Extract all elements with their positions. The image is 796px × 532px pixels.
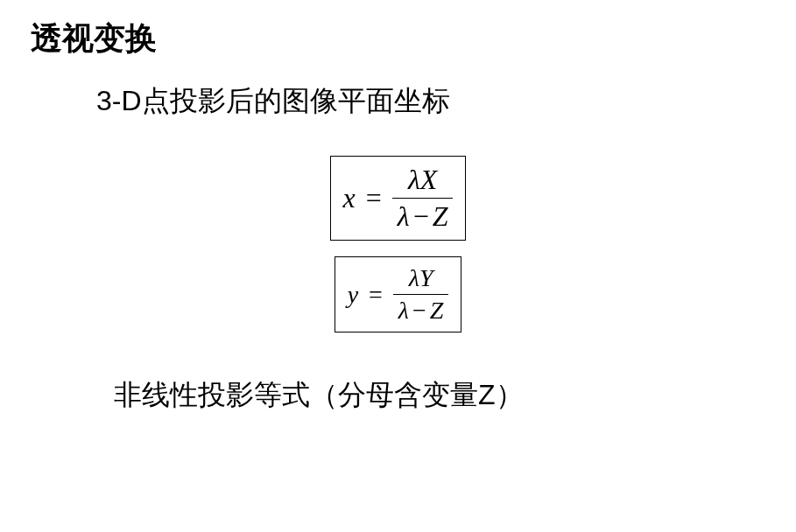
- fraction-x: λX λ−Z: [392, 164, 454, 233]
- equation-y-lhs: y: [348, 281, 358, 309]
- var-X: X: [420, 164, 438, 195]
- numerator-y: λY: [404, 264, 439, 294]
- minus-sign: −: [412, 297, 426, 324]
- minus-sign: −: [413, 200, 429, 232]
- equations-container: x = λX λ−Z y = λY λ−Z: [26, 156, 770, 332]
- bottom-note: 非线性投影等式（分母含变量Z）: [114, 376, 770, 415]
- equation-x-lhs: x: [343, 182, 356, 214]
- fraction-y: λY λ−Z: [393, 264, 449, 325]
- equation-x: x = λX λ−Z: [343, 164, 454, 233]
- denominator-x: λ−Z: [392, 198, 454, 233]
- equals-sign: =: [366, 182, 382, 214]
- lambda-symbol: λ: [398, 297, 409, 324]
- numerator-x: λX: [403, 164, 442, 198]
- page-title: 透视变换: [31, 18, 770, 60]
- denominator-y: λ−Z: [393, 294, 449, 325]
- equals-sign: =: [369, 281, 383, 309]
- var-Z: Z: [430, 297, 444, 324]
- var-Z: Z: [433, 200, 448, 232]
- lambda-symbol: λ: [408, 164, 420, 195]
- equation-box-y: y = λY λ−Z: [335, 256, 462, 332]
- var-Y: Y: [419, 264, 433, 291]
- subtitle: 3-D点投影后的图像平面坐标: [96, 82, 770, 121]
- equation-y: y = λY λ−Z: [348, 264, 449, 325]
- lambda-symbol: λ: [409, 264, 419, 291]
- lambda-symbol: λ: [398, 200, 410, 232]
- equation-box-x: x = λX λ−Z: [330, 156, 467, 241]
